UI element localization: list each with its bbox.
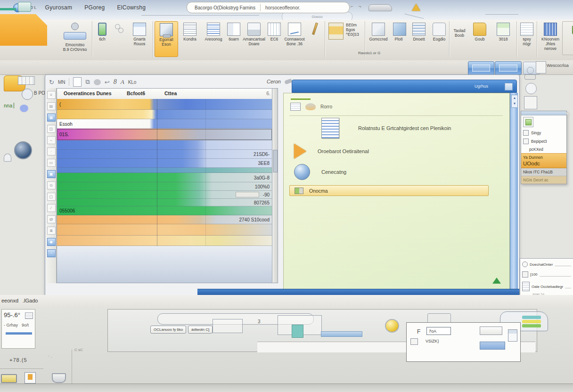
ribbon-group-kaigys[interactable]: KaigysC: [562, 21, 573, 55]
menu-item-3[interactable]: ElCowrshg: [117, 4, 146, 11]
strip-button-6[interactable]: ·: [47, 147, 56, 155]
ribbon-button-emocrotso[interactable]: Emocrotso B.9 CrOtArso: [59, 21, 90, 57]
table-row-11[interactable]: -90: [57, 191, 272, 199]
column-header-1[interactable]: Ooeeratinces Dunes: [64, 90, 112, 96]
table-row-16[interactable]: [57, 236, 272, 246]
strip-button-1[interactable]: ≡: [47, 91, 56, 99]
strip-button-15[interactable]: ◦: [47, 249, 56, 257]
ribbon-button-6ch[interactable]: 6ch: [94, 21, 111, 57]
panel-item-7[interactable]: NGIs Deort ac: [521, 176, 566, 184]
globe-icon[interactable]: [14, 141, 32, 159]
clock-icon[interactable]: [525, 83, 537, 94]
strip-button-10[interactable]: ▢: [47, 193, 56, 201]
strip-button-13[interactable]: ≣: [47, 227, 56, 235]
window-switch-button-1[interactable]: [468, 61, 494, 75]
strip-button-7[interactable]: ▭: [47, 159, 56, 167]
strip-button-14[interactable]: ◉: [47, 238, 56, 246]
checkbox-icon[interactable]: [523, 139, 529, 144]
ribbon-button-gnarts[interactable]: Gnarts Rouos: [128, 21, 151, 57]
ribbon-button-spxy[interactable]: spxy riógr: [518, 21, 535, 57]
strip-button-11[interactable]: ∕: [47, 204, 56, 212]
ribbon-button-6oarn[interactable]: 6oarn: [225, 21, 242, 57]
panel-item-4[interactable]: pcKXed: [521, 146, 566, 153]
glyph-8[interactable]: 8: [114, 78, 117, 86]
dialog-input[interactable]: 7oA: [426, 327, 451, 335]
option-row-2[interactable]: [100: [522, 271, 571, 278]
breadcrumb-field[interactable]: horsoceoffeonor.: [261, 5, 305, 10]
table-row-6[interactable]: 21SD6-: [57, 150, 272, 159]
ribbon-button-knoorven[interactable]: KNoorven Jhles nerove: [539, 21, 562, 57]
ribbon-button-connawoot[interactable]: Connawoot Bone .36: [283, 21, 306, 57]
table-scrollbar-thumb[interactable]: [273, 150, 278, 172]
table-scrollbar[interactable]: [272, 89, 278, 283]
pane-item-3[interactable]: Cenecatng: [284, 164, 509, 180]
option-row-1[interactable]: DoechalOnter: [522, 261, 571, 267]
ribbon-button-ec6[interactable]: EC6: [266, 21, 283, 57]
green-square-icon[interactable]: [523, 117, 533, 127]
pane-scrollbar[interactable]: ▲▼: [510, 93, 518, 290]
person-icon[interactable]: [22, 89, 33, 100]
stamp-icon[interactable]: [94, 79, 101, 85]
person-gear-icon[interactable]: [524, 67, 536, 79]
window-control-icon[interactable]: [505, 83, 513, 90]
car-icon[interactable]: [368, 4, 392, 11]
column-header-3[interactable]: Cttea: [164, 90, 177, 96]
strip-button-4[interactable]: ◫: [47, 125, 56, 133]
table-row-15[interactable]: [57, 224, 272, 236]
strip-button-2[interactable]: ▤: [47, 102, 56, 110]
clipboard-icon[interactable]: [73, 77, 82, 87]
strip-button-3[interactable]: ▦: [47, 114, 56, 122]
ribbon-button-kondra[interactable]: Kondra: [178, 21, 202, 57]
glyph-a[interactable]: A: [121, 78, 124, 86]
mn-label[interactable]: MN: [58, 80, 65, 85]
task-button-2[interactable]: ádtwotn C]: [188, 326, 213, 334]
dialog-button-1[interactable]: [480, 327, 502, 335]
strip-button-12[interactable]: @: [47, 215, 56, 223]
ribbon-button-egorrall[interactable]: Egorrall Eson: [155, 21, 178, 57]
strip-button-5[interactable]: –: [47, 136, 56, 144]
undo-icon[interactable]: ↩: [105, 79, 110, 86]
column-header-2[interactable]: Bcfoot6: [127, 90, 145, 96]
table-row-2[interactable]: [57, 110, 272, 119]
pane-item-2[interactable]: Oroebarot Oetiraitenal: [284, 144, 509, 159]
inner-window-titlebar[interactable]: Ugrhus: [292, 80, 517, 93]
table-row-12[interactable]: 807265: [57, 199, 272, 206]
window-thumb-icon[interactable]: [524, 96, 537, 109]
pane-blob-icon[interactable]: [305, 103, 316, 110]
window-switch-button-2[interactable]: [495, 61, 522, 75]
copy-icon[interactable]: ⧉: [85, 78, 90, 86]
task-button-1[interactable]: OCLanuoo fy 6ko: [150, 326, 186, 334]
menu-item-2[interactable]: PGoreg: [84, 4, 105, 11]
strip-button-9[interactable]: G: [47, 181, 56, 189]
pane-table-icon[interactable]: [290, 103, 301, 111]
camera-icon[interactable]: [18, 2, 31, 12]
table-row-10[interactable]: 100%0: [57, 182, 272, 191]
weather-widget[interactable]: 95-.6° - Grhay 9o/t: [1, 309, 35, 349]
table-row-4[interactable]: 01S.: [57, 129, 272, 140]
dialog-checkbox[interactable]: [410, 338, 418, 345]
panel-item-3[interactable]: Bepipet3: [521, 137, 566, 146]
ribbon-button-areoonog[interactable]: Areoonog: [202, 21, 225, 57]
dropdown-panel-titlebar[interactable]: [521, 111, 566, 115]
radio-icon[interactable]: [522, 261, 528, 267]
strip-button-8[interactable]: ▣: [47, 170, 56, 178]
ribbon-button-14[interactable]: [306, 21, 323, 57]
toolbar-glyphs[interactable]: ⌐ ¬: [351, 4, 363, 9]
breadcrumb-bar[interactable]: Bacorgo O(Diokstryg Farnins horsoceoffeo…: [187, 2, 350, 13]
checkbox-icon[interactable]: [522, 271, 528, 278]
option-row-3[interactable]: Oale Occtebadtegr: [522, 282, 571, 291]
refresh-icon[interactable]: ↻: [49, 79, 54, 86]
table-row-3[interactable]: Essoh: [57, 119, 272, 129]
panel-selected-item[interactable]: Ya DunnenUOodc: [521, 153, 566, 168]
ribbon-button-plo8[interactable]: Plo8: [390, 21, 407, 57]
table-row-5[interactable]: [57, 140, 272, 150]
ribbon-button-eogdio[interactable]: Eogdio: [431, 21, 448, 57]
row-input-box[interactable]: [236, 192, 259, 197]
ribbon-button-goub[interactable]: Goub: [468, 21, 491, 57]
menu-item-1[interactable]: Gyurosam: [45, 4, 73, 11]
panel-item-6[interactable]: Nkos ITC Fha1B: [521, 168, 566, 176]
pane-item-4[interactable]: Onocma: [289, 185, 489, 196]
table-row-7[interactable]: 3EE8: [57, 159, 272, 168]
ribbon-button-amancartoal[interactable]: Amancartoal Doare: [242, 21, 266, 57]
pane-scroll-arrows[interactable]: ▲▼: [511, 95, 518, 108]
